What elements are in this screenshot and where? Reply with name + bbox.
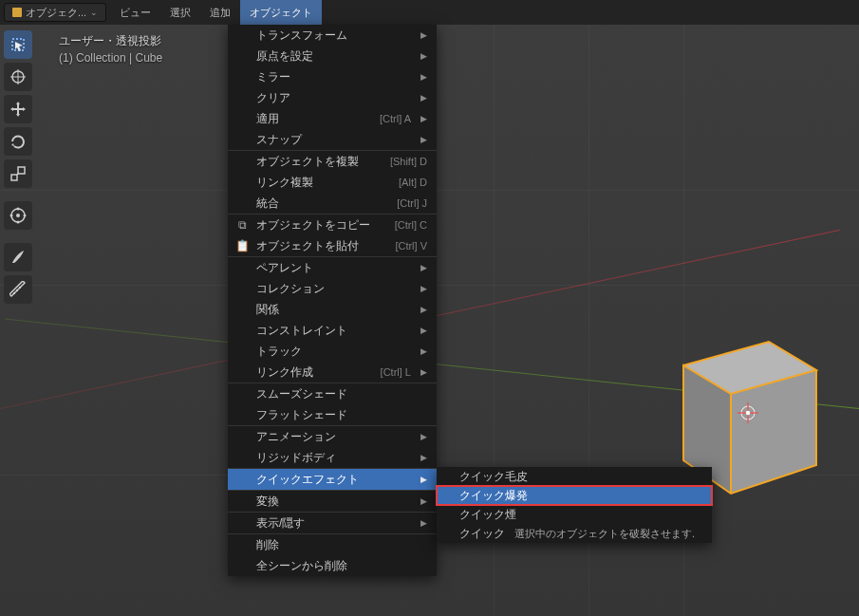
- menu-shortcut: [Alt] D: [399, 177, 427, 188]
- menu-item-label: コンストレイント: [256, 323, 347, 339]
- measure-icon: [9, 281, 27, 298]
- menu-item-リンク複製[interactable]: リンク複製[Alt] D: [228, 172, 437, 193]
- menu-item-label: 表示/隠す: [256, 515, 305, 532]
- menu-item-コンストレイント[interactable]: コンストレイント▶: [228, 320, 437, 341]
- submenu-item-クイック毛皮[interactable]: クイック毛皮: [437, 467, 712, 486]
- menu-shortcut: [Ctrl] J: [397, 197, 427, 209]
- chevron-right-icon: ▶: [415, 51, 427, 61]
- menu-shortcut: [Ctrl] C: [395, 219, 427, 231]
- menu-追加[interactable]: 追加: [200, 0, 240, 25]
- view-projection-label: ユーザー・透視投影: [59, 32, 162, 49]
- viewport-info: ユーザー・透視投影 (1) Collection | Cube: [59, 32, 162, 66]
- menu-選択[interactable]: 選択: [160, 0, 200, 25]
- chevron-right-icon: ▶: [415, 30, 427, 40]
- menu-item-label: 全シーンから削除: [256, 558, 347, 574]
- submenu-item-label: クイック爆発: [459, 488, 528, 504]
- menu-item-原点を設定[interactable]: 原点を設定▶: [228, 46, 437, 66]
- menu-item-アニメーション[interactable]: アニメーション▶: [228, 426, 437, 447]
- active-object-label: (1) Collection | Cube: [59, 49, 162, 66]
- chevron-right-icon: ▶: [415, 367, 427, 377]
- chevron-right-icon: ▶: [415, 135, 427, 144]
- menu-item-ミラー[interactable]: ミラー▶: [228, 66, 437, 87]
- menu-shortcut: [Ctrl] A: [380, 113, 411, 124]
- menu-item-トランスフォーム[interactable]: トランスフォーム▶: [228, 25, 437, 46]
- svg-point-18: [17, 208, 20, 211]
- menu-item-label: 削除: [256, 537, 279, 553]
- scale-tool[interactable]: [4, 159, 32, 188]
- mode-selector[interactable]: オブジェク... ⌄: [4, 3, 106, 22]
- menu-item-label: アニメーション: [256, 429, 336, 445]
- menu-item-リジッドボディ[interactable]: リジッドボディ▶: [228, 447, 437, 468]
- chevron-right-icon: ▶: [415, 72, 427, 82]
- chevron-right-icon: ▶: [415, 326, 427, 335]
- chevron-right-icon: ▶: [415, 305, 427, 314]
- paste-icon: 📋: [235, 239, 249, 252]
- menu-item-クイックエフェクト[interactable]: クイックエフェクト▶: [228, 469, 437, 490]
- menu-item-関係[interactable]: 関係▶: [228, 299, 437, 320]
- transform-tool[interactable]: [4, 201, 32, 230]
- submenu-item-クイック煙[interactable]: クイック煙: [437, 505, 712, 524]
- chevron-right-icon: ▶: [415, 453, 427, 462]
- menu-item-label: オブジェクトをコピー: [256, 217, 370, 233]
- submenu-item-クイック爆発[interactable]: クイック爆発: [437, 486, 712, 505]
- menu-item-変換[interactable]: 変換▶: [228, 491, 437, 512]
- measure-tool[interactable]: [4, 275, 32, 304]
- svg-rect-13: [11, 175, 17, 180]
- svg-point-17: [16, 214, 20, 217]
- rotate-icon: [9, 133, 27, 150]
- menu-item-コレクション[interactable]: コレクション▶: [228, 278, 437, 299]
- mode-label: オブジェク...: [26, 6, 86, 20]
- menu-item-label: フラットシェード: [256, 407, 347, 423]
- select-box-icon: [9, 36, 27, 53]
- move-tool[interactable]: [4, 95, 32, 123]
- menu-item-表示/隠す[interactable]: 表示/隠す▶: [228, 513, 437, 533]
- menu-item-クリア[interactable]: クリア▶: [228, 87, 437, 108]
- rotate-tool[interactable]: [4, 127, 32, 156]
- transform-icon: [9, 207, 27, 224]
- chevron-right-icon: ▶: [415, 346, 427, 356]
- menu-item-オブジェクトを複製[interactable]: オブジェクトを複製[Shift] D: [228, 151, 437, 172]
- annotate-icon: [9, 249, 27, 266]
- menu-shortcut: [Ctrl] V: [395, 240, 427, 252]
- cursor-icon: [9, 68, 27, 85]
- submenu-item-クイック[interactable]: クイック選択中のオブジェクトを破裂させます.: [437, 524, 712, 543]
- menu-item-フラットシェード[interactable]: フラットシェード: [228, 404, 437, 425]
- menu-item-統合[interactable]: 統合[Ctrl] J: [228, 193, 437, 214]
- menu-item-label: 変換: [256, 494, 279, 510]
- chevron-right-icon: ▶: [415, 114, 427, 123]
- menu-item-label: 適用: [256, 111, 279, 127]
- menu-item-label: ペアレント: [256, 260, 313, 276]
- menu-item-トラック[interactable]: トラック▶: [228, 341, 437, 362]
- tool-column: [4, 30, 36, 304]
- menu-item-label: 原点を設定: [256, 48, 313, 65]
- menu-item-オブジェクトを貼付[interactable]: 📋オブジェクトを貼付[Ctrl] V: [228, 235, 437, 256]
- chevron-right-icon: ▶: [415, 263, 427, 272]
- menu-item-label: スナップ: [256, 132, 302, 148]
- menu-item-リンク作成[interactable]: リンク作成[Ctrl] L▶: [228, 362, 437, 383]
- menu-ビュー[interactable]: ビュー: [110, 0, 160, 25]
- chevron-right-icon: ▶: [415, 475, 427, 484]
- copy-icon: ⧉: [235, 218, 249, 232]
- menu-item-label: リンク複製: [256, 175, 313, 191]
- move-icon: [9, 101, 27, 118]
- menu-オブジェクト[interactable]: オブジェクト: [240, 0, 322, 25]
- header-bar: オブジェク... ⌄ ビュー選択追加オブジェクト: [0, 0, 859, 25]
- quick-effects-submenu: クイック毛皮クイック爆発クイック煙クイック選択中のオブジェクトを破裂させます.: [437, 467, 712, 543]
- menu-item-全シーンから削除[interactable]: 全シーンから削除: [228, 555, 437, 576]
- menu-item-削除[interactable]: 削除: [228, 534, 437, 555]
- chevron-right-icon: ▶: [415, 93, 427, 103]
- annotate-tool[interactable]: [4, 243, 32, 271]
- submenu-item-label: クイック煙: [459, 507, 516, 523]
- menu-item-オブジェクトをコピー[interactable]: ⧉オブジェクトをコピー[Ctrl] C: [228, 215, 437, 235]
- menu-item-label: トラック: [256, 344, 302, 360]
- menu-item-適用[interactable]: 適用[Ctrl] A▶: [228, 108, 437, 129]
- menu-item-スナップ[interactable]: スナップ▶: [228, 129, 437, 150]
- cursor-tool[interactable]: [4, 63, 32, 91]
- object-mode-icon: [12, 8, 22, 17]
- menu-item-ペアレント[interactable]: ペアレント▶: [228, 257, 437, 278]
- svg-point-20: [17, 221, 20, 224]
- svg-rect-14: [18, 167, 25, 174]
- select-box-tool[interactable]: [4, 30, 32, 59]
- menu-item-スムーズシェード[interactable]: スムーズシェード: [228, 383, 437, 404]
- chevron-right-icon: ▶: [415, 496, 427, 506]
